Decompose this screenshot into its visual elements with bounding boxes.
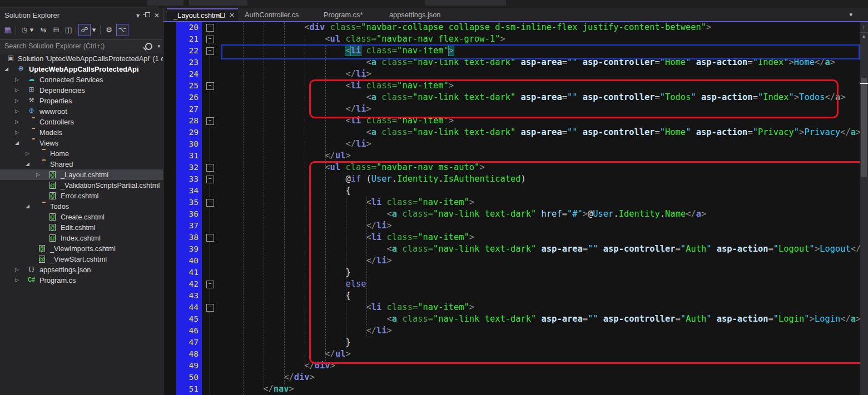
- fold-toggle-32[interactable]: −: [206, 164, 214, 172]
- chevron-down-icon[interactable]: ▾: [133, 8, 142, 23]
- tree-item-wwwroot[interactable]: ▷⊕wwwroot: [0, 106, 163, 117]
- line-number-25[interactable]: 25: [176, 80, 199, 92]
- line-number-47[interactable]: 47: [176, 337, 199, 348]
- tree-item-models[interactable]: ▷Models: [0, 127, 163, 138]
- line-number-26[interactable]: 26: [176, 92, 199, 103]
- tree-item-dependencies[interactable]: ▷⊞Dependencies: [0, 85, 163, 96]
- tab-appsettings-json[interactable]: appsettings.json: [383, 8, 456, 21]
- collapse-arrow-icon[interactable]: ◢: [26, 201, 29, 212]
- collapse-arrow-icon[interactable]: ◢: [4, 64, 8, 74]
- expand-arrow-icon[interactable]: ▷: [15, 106, 19, 117]
- close-tab-icon[interactable]: ✕: [228, 9, 236, 21]
- line-number-36[interactable]: 36: [176, 208, 199, 220]
- fold-toggle-22[interactable]: −: [206, 47, 214, 55]
- code-editor[interactable]: <div class="navbar-collapse collapse d-s…: [163, 22, 860, 395]
- tree-item-create-cshtml[interactable]: @Create.cshtml: [0, 212, 163, 222]
- line-number-48[interactable]: 48: [176, 348, 199, 360]
- search-dropdown-icon[interactable]: ▾: [157, 40, 160, 53]
- line-number-23[interactable]: 23: [176, 57, 199, 68]
- expand-arrow-icon[interactable]: ▷: [15, 264, 19, 275]
- line-number-27[interactable]: 27: [176, 103, 199, 115]
- expand-arrow-icon[interactable]: ▷: [15, 117, 19, 127]
- collapse-arrow-icon[interactable]: ◢: [15, 138, 19, 148]
- vertical-scrollbar[interactable]: ▲: [860, 22, 868, 395]
- line-number-33[interactable]: 33: [176, 173, 199, 185]
- editor-splitter-handle[interactable]: ↕: [860, 22, 868, 33]
- pin-icon[interactable]: [143, 8, 152, 23]
- tree-item-home[interactable]: ▷Home: [0, 148, 163, 159]
- line-number-31[interactable]: 31: [176, 150, 199, 162]
- line-number-46[interactable]: 46: [176, 325, 199, 337]
- code-line-31[interactable]: </ul>: [222, 150, 351, 162]
- tree-item-views[interactable]: ◢Views: [0, 138, 163, 148]
- tab-list-dropdown-icon[interactable]: ▾: [849, 8, 852, 21]
- tree-item-uptecwebappcallsprotectedapi[interactable]: ◢⊕UptecWebAppCallsProtectedApi: [0, 64, 163, 74]
- line-number-29[interactable]: 29: [176, 127, 199, 138]
- code-line-50[interactable]: </div>: [222, 372, 315, 383]
- fold-toggle-25[interactable]: −: [206, 82, 214, 90]
- code-line-20[interactable]: <div class="navbar-collapse collapse d-s…: [222, 22, 711, 33]
- pending-changes-filter-icon[interactable]: ◷: [19, 24, 30, 36]
- tree-item-appsettings-json[interactable]: ▷{ }appsettings.json: [0, 264, 163, 275]
- expand-arrow-icon[interactable]: ▷: [15, 127, 19, 138]
- tree-item-viewimports-cshtml[interactable]: @_ViewImports.cshtml: [0, 243, 163, 254]
- expand-arrow-icon[interactable]: ▷: [26, 148, 29, 159]
- tree-item-todos[interactable]: ◢Todos: [0, 201, 163, 212]
- tree-item-index-cshtml[interactable]: @Index.cshtml: [0, 233, 163, 243]
- line-number-24[interactable]: 24: [176, 68, 199, 80]
- tab-layout-cshtml[interactable]: _Layout.cshtml✕: [167, 8, 238, 21]
- preview-selected-items-icon[interactable]: ⌥: [117, 24, 128, 36]
- code-line-24[interactable]: </li>: [222, 68, 371, 80]
- line-number-43[interactable]: 43: [176, 290, 199, 302]
- line-number-40[interactable]: 40: [176, 255, 199, 267]
- line-number-35[interactable]: 35: [176, 197, 199, 208]
- tree-item-edit-cshtml[interactable]: @Edit.cshtml: [0, 222, 163, 233]
- line-number-37[interactable]: 37: [176, 220, 199, 232]
- fold-toggle-21[interactable]: −: [206, 36, 214, 43]
- scrollbar-thumb[interactable]: [861, 78, 867, 177]
- line-number-51[interactable]: 51: [176, 383, 199, 395]
- tree-item-solution-uptecwebappcallsprotectedapi-1-of-1[interactable]: ▣Solution 'UptecWebAppCallsProtectedApi'…: [0, 53, 163, 64]
- fold-toggle-42[interactable]: −: [206, 281, 214, 288]
- search-icon[interactable]: [145, 43, 152, 50]
- tree-item-shared[interactable]: ◢Shared: [0, 159, 163, 169]
- tree-item-layout-cshtml[interactable]: ▷@_Layout.cshtml: [0, 169, 163, 180]
- line-number-41[interactable]: 41: [176, 267, 199, 278]
- fold-toggle-38[interactable]: −: [206, 234, 214, 242]
- properties-wrench-icon[interactable]: ⚙: [103, 24, 115, 36]
- expand-arrow-icon[interactable]: ▷: [15, 96, 19, 106]
- tab-authcontroller-cs[interactable]: AuthController.cs: [238, 8, 317, 21]
- line-number-42[interactable]: 42: [176, 278, 199, 290]
- line-number-20[interactable]: 20: [176, 22, 199, 33]
- tree-item-program-cs[interactable]: ▷C#Program.cs: [0, 275, 163, 286]
- expand-arrow-icon[interactable]: ▷: [15, 74, 19, 85]
- tab-program-cs[interactable]: Program.cs*: [317, 8, 383, 21]
- line-number-49[interactable]: 49: [176, 360, 199, 372]
- line-number-45[interactable]: 45: [176, 313, 199, 325]
- fold-toggle-20[interactable]: −: [206, 24, 214, 32]
- line-number-21[interactable]: 21: [176, 33, 199, 45]
- line-number-50[interactable]: 50: [176, 372, 199, 383]
- expand-arrow-icon[interactable]: ▷: [36, 169, 40, 180]
- tree-item-properties[interactable]: ▷⚒Properties: [0, 96, 163, 106]
- line-number-30[interactable]: 30: [176, 138, 199, 150]
- view-mode-dropdown-icon[interactable]: ▾: [91, 24, 97, 36]
- line-number-39[interactable]: 39: [176, 243, 199, 255]
- line-number-28[interactable]: 28: [176, 115, 199, 127]
- filter-dropdown-icon[interactable]: ▾: [29, 24, 34, 36]
- fold-toggle-35[interactable]: −: [206, 199, 214, 207]
- code-line-29[interactable]: <a class="nav-link text-dark" asp-area="…: [222, 127, 860, 138]
- line-number-32[interactable]: 32: [176, 162, 199, 173]
- tree-item-viewstart-cshtml[interactable]: @_ViewStart.cshtml: [0, 254, 163, 264]
- show-all-files-icon[interactable]: ◫: [63, 24, 74, 36]
- expand-arrow-icon[interactable]: ▷: [15, 85, 19, 96]
- tree-item-error-cshtml[interactable]: @Error.cshtml: [0, 191, 163, 201]
- code-line-51[interactable]: </nav>: [222, 383, 294, 395]
- view-mode-icon[interactable]: ☍: [79, 24, 90, 36]
- collapse-all-icon[interactable]: ⊟: [51, 24, 62, 36]
- collapse-arrow-icon[interactable]: ◢: [26, 159, 29, 169]
- line-number-38[interactable]: 38: [176, 232, 199, 243]
- tree-item-validationscriptspartial-cshtml[interactable]: @_ValidationScriptsPartial.cshtml: [0, 180, 163, 191]
- scroll-up-arrow-icon[interactable]: ▲: [860, 33, 868, 39]
- tree-item-controllers[interactable]: ▷Controllers: [0, 117, 163, 127]
